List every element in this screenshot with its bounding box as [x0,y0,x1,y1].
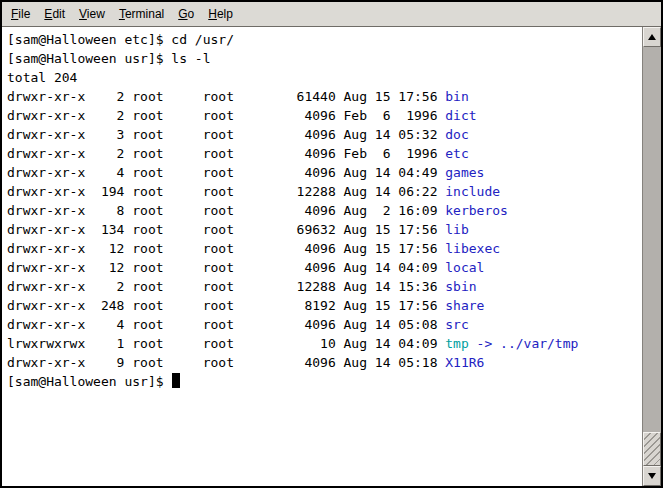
terminal-text: drwxr-xr-x 134 root root 69632 Aug 15 17… [7,222,445,237]
directory-name: games [445,165,484,180]
directory-name: share [445,298,484,313]
down-arrow-icon [648,473,656,479]
menu-item-help[interactable]: Help [201,3,240,25]
terminal-text: drwxr-xr-x 3 root root 4096 Aug 14 05:32 [7,127,445,142]
menu-item-edit[interactable]: Edit [37,3,72,25]
terminal-text: drwxr-xr-x 4 root root 4096 Aug 14 04:49 [7,165,445,180]
directory-name: local [445,260,484,275]
terminal-line: total 204 [7,68,642,87]
terminal-text: drwxr-xr-x 248 root root 8192 Aug 15 17:… [7,298,445,313]
terminal-line: [sam@Halloween usr]$ ls -l [7,49,642,68]
menu-item-file[interactable]: File [4,3,37,25]
scrollbar-thumb[interactable] [643,432,661,466]
terminal-text: drwxr-xr-x 2 root root 4096 Feb 6 1996 [7,108,445,123]
terminal-line: [sam@Halloween etc]$ cd /usr/ [7,30,642,49]
directory-name: kerberos [445,203,508,218]
terminal-text: drwxr-xr-x 2 root root 61440 Aug 15 17:5… [7,89,445,104]
terminal-text: drwxr-xr-x 12 root root 4096 Aug 15 17:5… [7,241,445,256]
directory-name: src [445,317,468,332]
terminal-text: drwxr-xr-x 12 root root 4096 Aug 14 04:0… [7,260,445,275]
terminal-text: [sam@Halloween usr]$ ls -l [7,51,211,66]
terminal-screen[interactable]: [sam@Halloween etc]$ cd /usr/[sam@Hallow… [2,27,642,486]
terminal-line: lrwxrwxrwx 1 root root 10 Aug 14 04:09 t… [7,334,642,353]
directory-name: sbin [445,279,476,294]
terminal-text: [sam@Halloween etc]$ cd /usr/ [7,32,234,47]
terminal-line: drwxr-xr-x 12 root root 4096 Aug 14 04:0… [7,258,642,277]
directory-name: libexec [445,241,500,256]
terminal-window: FileEditViewTerminalGoHelp [sam@Hallowee… [0,0,663,488]
terminal-line: drwxr-xr-x 4 root root 4096 Aug 14 04:49… [7,163,642,182]
terminal-line: [sam@Halloween usr]$ [7,372,642,391]
directory-name: -> ../var/tmp [469,336,579,351]
menu-item-terminal[interactable]: Terminal [112,3,171,25]
terminal-text: drwxr-xr-x 2 root root 4096 Feb 6 1996 [7,146,445,161]
terminal-text: lrwxrwxrwx 1 root root 10 Aug 14 04:09 [7,336,445,351]
symlink-name: tmp [445,336,468,351]
scrollbar-track[interactable] [643,47,661,466]
menubar: FileEditViewTerminalGoHelp [2,2,661,27]
terminal-text: drwxr-xr-x 4 root root 4096 Aug 14 05:08 [7,317,445,332]
terminal-line: drwxr-xr-x 194 root root 12288 Aug 14 06… [7,182,642,201]
terminal-line: drwxr-xr-x 3 root root 4096 Aug 14 05:32… [7,125,642,144]
terminal-line: drwxr-xr-x 248 root root 8192 Aug 15 17:… [7,296,642,315]
terminal-text: [sam@Halloween usr]$ [7,374,171,389]
terminal-line: drwxr-xr-x 8 root root 4096 Aug 2 16:09 … [7,201,642,220]
terminal-text: drwxr-xr-x 2 root root 12288 Aug 14 15:3… [7,279,445,294]
menu-item-view[interactable]: View [72,3,112,25]
directory-name: etc [445,146,468,161]
terminal-text: drwxr-xr-x 194 root root 12288 Aug 14 06… [7,184,445,199]
directory-name: X11R6 [445,355,484,370]
terminal-line: drwxr-xr-x 2 root root 4096 Feb 6 1996 e… [7,144,642,163]
terminal-line: drwxr-xr-x 2 root root 12288 Aug 14 15:3… [7,277,642,296]
directory-name: dict [445,108,476,123]
directory-name: doc [445,127,468,142]
scrollbar[interactable] [642,27,661,486]
up-arrow-icon [648,34,656,40]
terminal-line: drwxr-xr-x 9 root root 4096 Aug 14 05:18… [7,353,642,372]
directory-name: include [445,184,500,199]
terminal-line: drwxr-xr-x 134 root root 69632 Aug 15 17… [7,220,642,239]
directory-name: lib [445,222,468,237]
menu-item-go[interactable]: Go [171,3,201,25]
terminal-text: drwxr-xr-x 8 root root 4096 Aug 2 16:09 [7,203,445,218]
terminal-text: total 204 [7,70,77,85]
text-cursor [172,373,180,388]
window-content: [sam@Halloween etc]$ cd /usr/[sam@Hallow… [2,27,661,486]
directory-name: bin [445,89,468,104]
terminal-line: drwxr-xr-x 12 root root 4096 Aug 15 17:5… [7,239,642,258]
terminal-line: drwxr-xr-x 4 root root 4096 Aug 14 05:08… [7,315,642,334]
scroll-up-button[interactable] [643,27,661,47]
terminal-line: drwxr-xr-x 2 root root 4096 Feb 6 1996 d… [7,106,642,125]
terminal-text: drwxr-xr-x 9 root root 4096 Aug 14 05:18 [7,355,445,370]
terminal-line: drwxr-xr-x 2 root root 61440 Aug 15 17:5… [7,87,642,106]
scroll-down-button[interactable] [643,466,661,486]
